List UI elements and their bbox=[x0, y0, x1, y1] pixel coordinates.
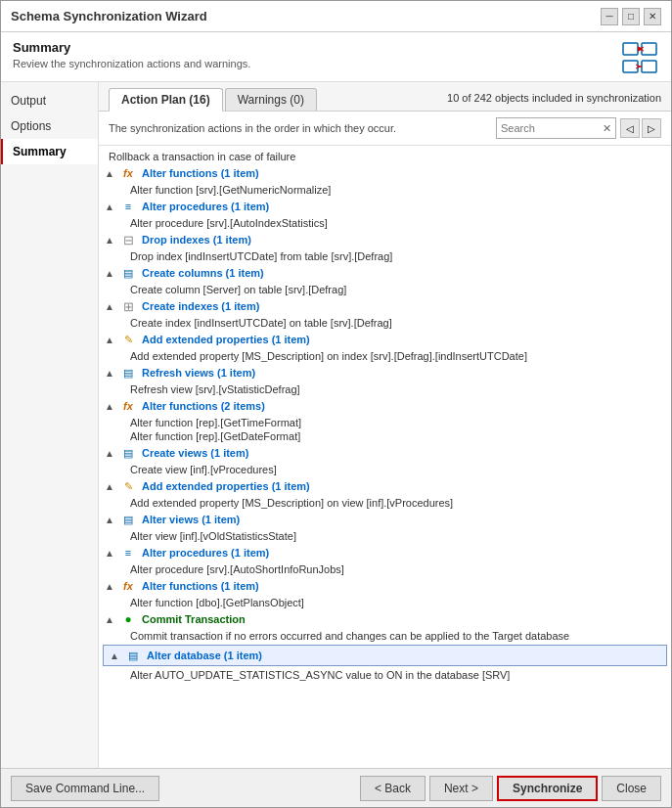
action-label[interactable]: Refresh views (1 item) bbox=[142, 367, 255, 379]
right-panel: Action Plan (16) Warnings (0) 10 of 242 … bbox=[99, 82, 671, 768]
collapse-arrow[interactable]: ▲ bbox=[105, 581, 114, 592]
action-label[interactable]: Alter procedures (1 item) bbox=[142, 547, 269, 559]
action-label[interactable]: Create views (1 item) bbox=[142, 447, 248, 459]
list-item: Refresh view [srv].[vStatisticDefrag] bbox=[99, 382, 671, 396]
commit-icon: ● bbox=[120, 611, 136, 627]
svg-rect-2 bbox=[623, 61, 638, 72]
list-item: Alter AUTO_UPDATE_STATISTICS_ASYNC value… bbox=[99, 668, 671, 682]
objects-count: 10 of 242 objects included in synchroniz… bbox=[447, 92, 661, 108]
tabs-bar: Action Plan (16) Warnings (0) 10 of 242 … bbox=[99, 82, 671, 112]
main-window: Schema Synchronization Wizard ─ □ ✕ Summ… bbox=[0, 0, 672, 808]
svg-rect-1 bbox=[642, 43, 656, 55]
list-item: ▲ fx Alter functions (1 item) bbox=[99, 576, 671, 596]
prev-search-icon[interactable]: ◁ bbox=[620, 118, 640, 138]
list-item: ▲ ▤ Refresh views (1 item) bbox=[99, 363, 671, 382]
list-item: Alter procedure [srv].[AutoShortInfoRunJ… bbox=[99, 562, 671, 576]
maximize-button[interactable]: □ bbox=[622, 8, 640, 25]
footer-right: < Back Next > Synchronize Close bbox=[360, 776, 661, 801]
collapse-arrow[interactable]: ▲ bbox=[105, 168, 114, 179]
list-item: ▲ ▤ Alter views (1 item) bbox=[99, 510, 671, 529]
collapse-arrow[interactable]: ▲ bbox=[105, 335, 114, 345]
collapse-arrow[interactable]: ▲ bbox=[105, 448, 114, 459]
action-label[interactable]: Alter database (1 item) bbox=[147, 650, 262, 661]
header-subtitle: Review the synchronization actions and w… bbox=[13, 58, 250, 69]
ext-prop-icon: ✎ bbox=[120, 332, 136, 347]
collapse-arrow[interactable]: ▲ bbox=[105, 301, 114, 312]
view-icon: ▤ bbox=[120, 445, 136, 461]
action-label[interactable]: Alter functions (1 item) bbox=[142, 580, 259, 592]
footer-left: Save Command Line... bbox=[11, 776, 159, 801]
list-item: Alter function [rep].[GetDateFormat] bbox=[99, 429, 671, 443]
close-button[interactable]: ✕ bbox=[644, 8, 661, 25]
search-wrap: ✕ bbox=[496, 117, 616, 139]
footer: Save Command Line... < Back Next > Synch… bbox=[1, 768, 671, 807]
action-label[interactable]: Create indexes (1 item) bbox=[142, 300, 259, 312]
clear-search-icon[interactable]: ✕ bbox=[603, 122, 611, 135]
action-label[interactable]: Commit Transaction bbox=[142, 613, 246, 625]
collapse-arrow[interactable]: ▲ bbox=[105, 515, 114, 525]
ext-prop-icon: ✎ bbox=[120, 478, 136, 494]
collapse-arrow[interactable]: ▲ bbox=[105, 401, 114, 412]
procedure-icon: ≡ bbox=[120, 545, 136, 561]
action-list: Rollback a transaction in case of failur… bbox=[99, 146, 671, 768]
action-label[interactable]: Add extended properties (1 item) bbox=[142, 480, 310, 492]
minimize-button[interactable]: ─ bbox=[601, 8, 618, 25]
next-button[interactable]: Next > bbox=[429, 776, 493, 801]
action-label[interactable]: Alter functions (2 items) bbox=[142, 400, 265, 412]
sidebar-item-output[interactable]: Output bbox=[1, 88, 98, 113]
function-icon: fx bbox=[120, 165, 136, 181]
list-item: Add extended property [MS_Description] o… bbox=[99, 496, 671, 510]
synchronize-button[interactable]: Synchronize bbox=[497, 776, 598, 801]
search-input[interactable] bbox=[501, 122, 599, 134]
header-section: Summary Review the synchronization actio… bbox=[1, 32, 671, 82]
svg-rect-0 bbox=[623, 43, 638, 55]
list-item: ▲ fx Alter functions (1 item) bbox=[99, 163, 671, 183]
list-item: ▲ ▤ Create columns (1 item) bbox=[99, 263, 671, 283]
tabs-left: Action Plan (16) Warnings (0) bbox=[109, 88, 317, 111]
list-item: Alter function [rep].[GetTimeFormat] bbox=[99, 416, 671, 429]
collapse-arrow[interactable]: ▲ bbox=[105, 202, 114, 212]
back-button[interactable]: < Back bbox=[360, 776, 426, 801]
action-label[interactable]: Alter views (1 item) bbox=[142, 514, 240, 525]
list-item: ▲ ● Commit Transaction bbox=[99, 609, 671, 629]
collapse-arrow[interactable]: ▲ bbox=[105, 548, 114, 559]
tab-action-plan[interactable]: Action Plan (16) bbox=[109, 88, 223, 112]
collapse-arrow[interactable]: ▲ bbox=[105, 368, 114, 379]
collapse-arrow[interactable]: ▲ bbox=[105, 268, 114, 279]
search-description: The synchronization actions in the order… bbox=[109, 122, 496, 134]
action-label[interactable]: Alter procedures (1 item) bbox=[142, 201, 269, 212]
collapse-arrow[interactable]: ▲ bbox=[110, 651, 119, 661]
sync-icon bbox=[620, 40, 659, 75]
sidebar-item-options[interactable]: Options bbox=[1, 113, 98, 139]
action-label[interactable]: Create columns (1 item) bbox=[142, 267, 264, 279]
save-command-button[interactable]: Save Command Line... bbox=[11, 776, 159, 801]
list-item: Alter procedure [srv].[AutoIndexStatisti… bbox=[99, 216, 671, 230]
list-item: Drop index [indInsertUTCDate] from table… bbox=[99, 249, 671, 263]
list-item: ▲ ▤ Create views (1 item) bbox=[99, 443, 671, 463]
list-item: ▲ ⊞ Create indexes (1 item) bbox=[99, 296, 671, 316]
list-item: Create view [inf].[vProcedures] bbox=[99, 463, 671, 476]
search-bar: The synchronization actions in the order… bbox=[99, 112, 671, 146]
next-search-icon[interactable]: ▷ bbox=[642, 118, 661, 138]
view-icon: ▤ bbox=[120, 365, 136, 381]
list-item: Rollback a transaction in case of failur… bbox=[99, 150, 671, 163]
list-item: Create column [Server] on table [srv].[D… bbox=[99, 283, 671, 296]
collapse-arrow[interactable]: ▲ bbox=[105, 481, 114, 492]
index-icon: ⊞ bbox=[120, 298, 136, 314]
action-label[interactable]: Add extended properties (1 item) bbox=[142, 334, 310, 345]
collapse-arrow[interactable]: ▲ bbox=[105, 235, 114, 246]
action-label[interactable]: Alter functions (1 item) bbox=[142, 167, 259, 179]
action-label[interactable]: Drop indexes (1 item) bbox=[142, 234, 251, 246]
main-content: Output Options Summary Action Plan (16) … bbox=[1, 82, 671, 768]
list-item: ▲ ≡ Alter procedures (1 item) bbox=[99, 543, 671, 562]
header-title: Summary bbox=[13, 40, 250, 55]
sidebar-item-summary[interactable]: Summary bbox=[1, 139, 98, 164]
list-item: Add extended property [MS_Description] o… bbox=[99, 349, 671, 363]
list-item: ▲ ⊟ Drop indexes (1 item) bbox=[99, 230, 671, 249]
sidebar: Output Options Summary bbox=[1, 82, 99, 768]
tab-warnings[interactable]: Warnings (0) bbox=[225, 88, 317, 111]
window-controls: ─ □ ✕ bbox=[601, 8, 661, 25]
close-button[interactable]: Close bbox=[602, 776, 661, 801]
search-icons: ◁ ▷ bbox=[620, 118, 661, 138]
collapse-arrow[interactable]: ▲ bbox=[105, 614, 114, 625]
